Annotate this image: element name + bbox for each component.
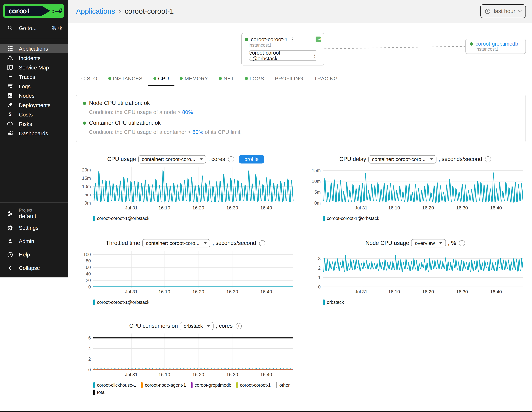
app-name: coroot-coroot-1 (251, 36, 287, 42)
svg-text:20m: 20m (82, 167, 91, 172)
svg-text:0: 0 (88, 367, 91, 372)
dep-name: coroot-greptimedb (475, 41, 518, 47)
chart-selector-dropdown[interactable]: container: coroot-coro... (368, 155, 437, 163)
app-instances: instances:1 (242, 43, 324, 48)
threshold-link[interactable]: 80% (182, 109, 193, 115)
legend-item[interactable]: coroot-node-agent-1 (141, 382, 186, 388)
info-icon[interactable]: i (459, 240, 465, 246)
svg-text:?: ? (9, 253, 11, 256)
legend-item[interactable]: coroot-clickhouse-1 (93, 382, 136, 388)
breadcrumb-applications[interactable]: Applications (76, 7, 115, 16)
tab-status-dot (108, 77, 111, 80)
sidebar-item-project[interactable]: Project default (0, 206, 68, 221)
tab-label: PROFILING (275, 75, 303, 81)
coroot-logo[interactable]: coroot :~# (3, 4, 64, 18)
footer-bar (0, 411, 532, 412)
legend-color (323, 215, 325, 221)
legend-item[interactable]: orbstack (323, 300, 344, 305)
tab-tracing[interactable]: TRACING (309, 74, 343, 86)
sidebar-item-admin[interactable]: Admin (0, 234, 68, 248)
tab-memory[interactable]: MEMORY (174, 74, 213, 86)
sidebar-item-service-map[interactable]: Service Map (0, 63, 68, 72)
svg-text:16:20: 16:20 (192, 289, 204, 294)
legend-item[interactable]: other (276, 382, 290, 388)
breadcrumb: Applications › coroot-coroot-1 (76, 0, 174, 23)
chart-selector-dropdown[interactable]: orbstack (180, 322, 214, 330)
service-map-dep-card[interactable]: coroot-greptimedb instances:1 (466, 39, 526, 54)
goto-label: Go to... (19, 25, 37, 31)
sidebar-item-label: Help (19, 251, 30, 258)
sidebar-item-costs[interactable]: $Costs (0, 110, 68, 119)
chart-selector-dropdown[interactable]: container: coroot-coro... (138, 155, 206, 163)
svg-text:16:20: 16:20 (422, 205, 434, 211)
chart-plot: Jul 3116:1016:2016:3016:400m5m10m15m (306, 165, 525, 212)
sidebar-item-applications[interactable]: Applications (0, 44, 68, 53)
sidebar-item-dashboards[interactable]: Dashboards (0, 128, 68, 138)
svg-text:16:40: 16:40 (490, 289, 502, 294)
chart-cpu-usage: CPU usagecontainer: coroot-coro..., core… (76, 154, 295, 221)
legend-item[interactable]: coroot-coroot-1@orbstack (93, 300, 149, 305)
sidebar-item-label: Logs (19, 83, 31, 89)
tab-net[interactable]: NET (214, 74, 240, 86)
instance-box[interactable]: coroot-coroot-1@orbstack ⋮ (249, 50, 317, 61)
chart-legend: coroot-coroot-1@orbstack (93, 300, 295, 305)
goto-search[interactable]: Go to... ⌘+k (0, 22, 68, 33)
svg-text:16:40: 16:40 (260, 205, 272, 211)
svg-text:16:40: 16:40 (260, 372, 272, 377)
kebab-menu-icon[interactable]: ⋮ (312, 53, 317, 58)
sidebar-item-traces[interactable]: Traces (0, 72, 68, 81)
info-icon[interactable]: i (259, 240, 265, 246)
tab-slo[interactable]: SLO (76, 74, 103, 86)
legend-item[interactable]: total (93, 390, 105, 395)
svg-text:4: 4 (88, 346, 91, 351)
tab-status-dot (219, 77, 222, 80)
sidebar-item-incidents[interactable]: Incidents (0, 53, 68, 63)
sidebar-item-label: Risks (19, 121, 32, 127)
profile-button[interactable]: profile (239, 155, 264, 163)
project-value: default (19, 213, 36, 220)
svg-text:16:20: 16:20 (192, 372, 204, 377)
svg-text:16:30: 16:30 (456, 289, 468, 294)
threshold-link[interactable]: 80% (192, 129, 203, 135)
map-icon (7, 64, 14, 71)
status-dot (245, 37, 248, 41)
chart-selector-dropdown[interactable]: overview (411, 239, 446, 247)
legend-item[interactable]: coroot-coroot-1 (236, 382, 271, 388)
chart-title: Node CPU usageoverview, %i (306, 238, 525, 248)
sidebar-item-label: Costs (19, 111, 33, 117)
tab-cpu[interactable]: CPU (148, 74, 174, 86)
legend-item[interactable]: coroot-greptimedb (191, 382, 231, 388)
chart-selector-dropdown[interactable]: container: coroot-coro... (142, 239, 210, 247)
sidebar-item-deployments[interactable]: Deployments (0, 100, 68, 110)
legend-item[interactable]: coroot-coroot-1@orbstack (93, 215, 149, 221)
svg-text:16:10: 16:10 (388, 289, 400, 294)
sidebar-item-risks[interactable]: Risks (0, 119, 68, 128)
sidebar-item-settings[interactable]: Settings (0, 221, 68, 234)
info-icon[interactable]: i (485, 156, 491, 162)
info-icon[interactable]: i (228, 156, 234, 162)
legend-color (93, 382, 95, 388)
svg-text:16:30: 16:30 (226, 372, 238, 377)
sidebar-item-help[interactable]: ?Help (0, 248, 68, 261)
legend-item[interactable]: coroot-coroot-1@orbstack (323, 215, 379, 221)
time-picker[interactable]: last hour (480, 4, 526, 18)
chevron-down-icon (207, 325, 210, 327)
chevron-down-icon (200, 158, 202, 160)
svg-text:16:20: 16:20 (192, 205, 204, 211)
chevron-down-icon (518, 9, 522, 13)
svg-text:2: 2 (88, 356, 91, 362)
sidebar-item-nodes[interactable]: Nodes (0, 91, 68, 100)
kebab-menu-icon[interactable]: ⋮ (290, 37, 295, 42)
tab-status-dot (153, 77, 156, 80)
service-map-app-card[interactable]: coroot-coroot-1 ⋮ :~# instances:1 coroot… (241, 33, 324, 66)
chart-cpu-consumers: CPU consumers onorbstack, coresiJul 3116… (76, 321, 295, 395)
tab-label: INSTANCES (113, 75, 142, 81)
sidebar-item-collapse[interactable]: Collapse (0, 261, 68, 275)
info-icon[interactable]: i (236, 323, 242, 329)
tab-instances[interactable]: INSTANCES (103, 74, 148, 86)
svg-text:2: 2 (318, 265, 321, 271)
sidebar-item-logs[interactable]: Logs (0, 81, 68, 91)
chart-plot: Jul 3116:1016:2016:3016:400m5m10m15m20m (76, 165, 295, 212)
tab-logs[interactable]: LOGS (239, 74, 269, 86)
tab-profiling[interactable]: PROFILING (270, 74, 309, 86)
